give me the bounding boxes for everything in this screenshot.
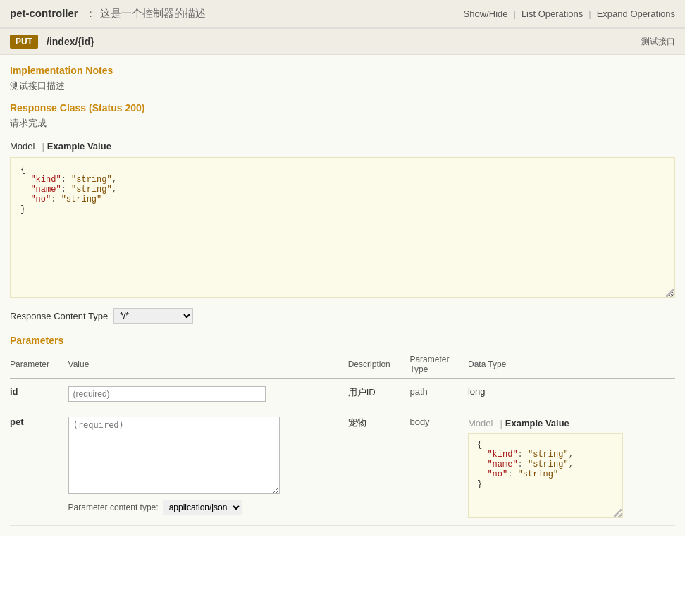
param-type-id: path: [409, 379, 468, 409]
method-bar: PUT /index/{id} 测试接口: [0, 28, 685, 55]
response-content-type-label: Response Content Type: [10, 311, 108, 321]
pet-model-tabs: Model | Example Value: [468, 417, 669, 430]
param-value-pet: Parameter content type: application/json…: [68, 409, 348, 526]
content-area: Implementation Notes 测试接口描述 Response Cla…: [0, 55, 685, 536]
json-key-no: "no": [30, 195, 51, 204]
top-bar-actions: Show/Hide | List Operations | Expand Ope…: [464, 8, 675, 19]
parameters-heading: Parameters: [10, 335, 675, 346]
param-type-pet: body: [409, 409, 468, 526]
resize-handle[interactable]: [666, 289, 674, 297]
response-json-container: { "kind": "string", "name": "string", "n…: [10, 157, 675, 298]
col-description: Description: [348, 352, 410, 379]
response-class-section: Response Class (Status 200) 请求完成 Model |…: [10, 102, 675, 298]
param-datatype-id: long: [468, 379, 675, 409]
implementation-desc: 测试接口描述: [10, 80, 675, 92]
response-json-box: { "kind": "string", "name": "string", "n…: [10, 157, 675, 298]
implementation-heading: Implementation Notes: [10, 65, 675, 76]
divider1: |: [513, 8, 515, 19]
param-value-id: [68, 379, 348, 409]
separator: ：: [82, 7, 96, 19]
pet-tab-divider: |: [500, 418, 502, 429]
parameters-section: Parameters Parameter Value Description P…: [10, 335, 675, 526]
param-datatype-pet: Model | Example Value { "kind": "string"…: [468, 409, 675, 526]
param-name-pet: pet: [10, 409, 68, 526]
json-val-no: "string": [61, 195, 102, 204]
brace-close: }: [20, 204, 25, 214]
expand-operations-link[interactable]: Expand Operations: [597, 8, 675, 19]
param-input-id[interactable]: [68, 386, 266, 402]
controller-title: pet-controller ：这是一个控制器的描述: [10, 7, 206, 20]
parameters-table: Parameter Value Description ParameterTyp…: [10, 352, 675, 526]
test-interface-link[interactable]: 测试接口: [641, 36, 675, 48]
param-content-type-label: Parameter content type:: [68, 503, 159, 512]
col-parameter-type: ParameterType: [409, 352, 468, 379]
col-data-type: Data Type: [468, 352, 675, 379]
json-val-kind: "string": [71, 175, 112, 185]
tab-divider: |: [42, 141, 44, 152]
col-parameter: Parameter: [10, 352, 68, 379]
param-textarea-pet[interactable]: [68, 417, 280, 494]
brace-open: {: [20, 165, 25, 175]
param-content-type-row: Parameter content type: application/json…: [68, 500, 342, 515]
json-key-kind: "kind": [30, 175, 61, 185]
response-model-tabs: Model | Example Value: [10, 140, 675, 153]
top-bar: pet-controller ：这是一个控制器的描述 Show/Hide | L…: [0, 0, 685, 28]
controller-description: 这是一个控制器的描述: [100, 7, 206, 19]
param-name-id: id: [10, 379, 68, 409]
parameters-header-row: Parameter Value Description ParameterTyp…: [10, 352, 675, 379]
response-content-type-select[interactable]: */* application/json application/xml: [113, 308, 193, 324]
method-badge: PUT: [10, 35, 38, 49]
controller-name: pet-controller: [10, 7, 78, 19]
pet-json-box: { "kind": "string", "name": "string", "n…: [468, 433, 623, 518]
json-val-name: "string": [71, 185, 112, 195]
implementation-notes-section: Implementation Notes 测试接口描述: [10, 65, 675, 92]
response-example-tab[interactable]: Example Value: [47, 140, 116, 153]
json-key-name: "name": [30, 185, 61, 195]
response-model-tab[interactable]: Model: [10, 140, 39, 153]
table-row: id 用户ID path long: [10, 379, 675, 409]
param-desc-id: 用户ID: [348, 379, 410, 409]
pet-example-tab[interactable]: Example Value: [505, 417, 574, 430]
response-content-type-row: Response Content Type */* application/js…: [10, 308, 675, 324]
response-class-heading: Response Class (Status 200): [10, 102, 675, 113]
param-desc-pet: 宠物: [348, 409, 410, 526]
show-hide-link[interactable]: Show/Hide: [464, 8, 508, 19]
pet-json-resize[interactable]: [614, 509, 622, 517]
response-class-desc: 请求完成: [10, 117, 675, 130]
list-operations-link[interactable]: List Operations: [522, 8, 583, 19]
param-content-type-select[interactable]: application/json application/xml: [163, 500, 242, 515]
divider2: |: [588, 8, 591, 19]
endpoint-path: /index/{id}: [47, 36, 94, 47]
col-value: Value: [68, 352, 348, 379]
table-row: pet Parameter content type: application/…: [10, 409, 675, 526]
pet-model-tab[interactable]: Model: [468, 417, 497, 430]
